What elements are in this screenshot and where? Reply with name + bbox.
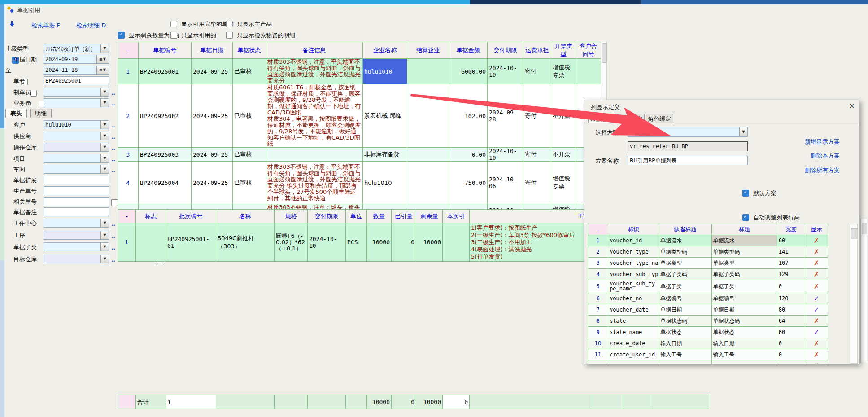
row-index[interactable]: 1 — [118, 59, 139, 84]
search-detail-button[interactable]: 检索明细 D — [76, 22, 106, 30]
chevron-down-icon[interactable]: ▼ — [100, 88, 109, 96]
default-title-cell[interactable]: 单据类型码 — [659, 246, 711, 258]
col-header-remark[interactable]: 备注信息 — [266, 42, 363, 59]
column-row[interactable]: 8 state 单据状态码 单据状态码 64 ✗ — [588, 316, 828, 327]
checkbox-icon[interactable] — [226, 32, 233, 39]
checkbox-icon[interactable] — [170, 32, 177, 39]
voucher-date-from-input[interactable]: 2024-09-19 ▦▼ — [44, 55, 109, 64]
title-cell[interactable]: 单据类型码 — [711, 246, 777, 258]
flag-cell[interactable] — [136, 223, 166, 262]
row-index[interactable]: 4 — [118, 162, 139, 204]
default-title-cell[interactable]: 单据流水 — [659, 235, 711, 246]
col-header-invoice-type[interactable]: 开票类型 — [551, 42, 576, 59]
column-row[interactable]: 10 create_date 输入日期 输入日期 0 ✗ — [588, 338, 828, 349]
title-cell[interactable]: 单据子类 — [711, 280, 777, 293]
row-index[interactable]: 11 — [588, 349, 608, 360]
title-cell[interactable]: 单据类型 — [711, 258, 777, 269]
width-cell[interactable]: 0 — [777, 349, 805, 360]
column-row[interactable]: 11 create_user_id 输入工号 输入工号 0 ✗ — [588, 349, 828, 360]
identifier-cell[interactable]: voucher_sub_type — [608, 269, 659, 280]
target-warehouse-select[interactable]: ▼ — [44, 255, 109, 263]
title-cell[interactable]: 单据状态 — [711, 327, 777, 338]
customer-select[interactable]: hulu1010 ▼ — [44, 120, 109, 129]
remark-cell[interactable]: 材质303不锈钢，注意：平头端面不得有尖角，圆头球面与斜面，斜面与直面必须圆滑过… — [266, 59, 363, 84]
settle-company-cell[interactable] — [407, 84, 449, 148]
invoice-type-cell[interactable]: 不开票 — [551, 148, 576, 162]
amount-cell[interactable]: 0.00 — [449, 148, 488, 162]
col-header-contract-no[interactable]: 客户合同号 — [576, 42, 601, 59]
default-title-cell[interactable]: 输入工号 — [659, 349, 711, 360]
col-header-index[interactable]: - — [118, 210, 136, 223]
identifier-cell[interactable]: create_user_id — [608, 349, 659, 360]
column-row[interactable]: 5 voucher_sub_type_name 单据子类 单据子类 0 ✗ — [588, 280, 828, 293]
width-cell[interactable]: 0 — [777, 280, 805, 293]
company-cell[interactable]: 景宏机械-邱峰 — [363, 84, 407, 148]
col-header-amount[interactable]: 单据金额 — [449, 42, 488, 59]
scrollbar-thumb[interactable] — [602, 43, 607, 63]
chevron-down-icon[interactable]: ▼ — [100, 219, 109, 227]
identifier-cell[interactable]: voucher_no — [608, 293, 659, 304]
referenced-qty-cell[interactable]: 0 — [392, 223, 416, 262]
hidden-x-icon[interactable]: ✗ — [814, 270, 820, 278]
state-cell[interactable]: 已审核 — [233, 59, 266, 84]
deadline-cell[interactable]: 2024-10-10 — [488, 59, 523, 84]
tab-detail[interactable]: 明细 — [30, 109, 52, 118]
default-title-cell[interactable]: 单据子类码 — [659, 269, 711, 280]
chevron-down-icon[interactable]: ▼ — [739, 127, 747, 136]
row-index[interactable]: 8 — [588, 316, 608, 327]
column-row[interactable]: 4 voucher_sub_type 单据子类码 单据子类码 129 ✗ — [588, 269, 828, 280]
chevron-down-icon[interactable]: ▼ — [100, 165, 109, 173]
checkbox-only-referenced[interactable]: 只显示引用的 — [170, 31, 216, 40]
column-row[interactable]: 7 voucher_date 单据日期 单据日期 80 ✓ — [588, 304, 828, 316]
width-cell[interactable]: 80 — [777, 304, 805, 316]
state-cell[interactable]: 已审核 — [233, 148, 266, 162]
col-header-identifier[interactable]: 标识 — [608, 224, 659, 235]
chevron-down-icon[interactable]: ▼ — [100, 99, 109, 107]
col-header-qty[interactable]: 数量 — [367, 210, 392, 223]
title-cell[interactable]: 单据编号 — [711, 293, 777, 304]
row-index[interactable]: 2 — [118, 84, 139, 148]
row-index[interactable]: 6 — [588, 293, 608, 304]
voucher-date-cell[interactable]: 2024-09-25 — [192, 59, 233, 84]
supplier-lookup-dots[interactable]: .. — [111, 134, 115, 140]
voucher-date-cell[interactable]: 2024-09-25 — [192, 84, 233, 148]
spec-cell[interactable]: 圆棒F6（-0.02）*62（±0.1） — [275, 223, 308, 262]
totals-current-input[interactable]: 0 — [443, 395, 470, 409]
voucher-row[interactable]: 2 BP240925002 2024-09-25 已审核 材质6061-T6，阳… — [118, 84, 601, 148]
salesman-select[interactable]: ▼ — [44, 98, 109, 107]
checkbox-icon[interactable] — [118, 32, 125, 39]
row-index[interactable]: 9 — [588, 327, 608, 338]
deadline-cell[interactable]: 2024-10-10 — [488, 148, 523, 162]
chevron-down-icon[interactable]: ▼ — [100, 231, 109, 239]
title-cell[interactable]: 单据日期 — [711, 304, 777, 316]
deadline-cell[interactable]: 2024-10-10 — [308, 223, 346, 262]
row-index[interactable]: 4 — [588, 269, 608, 280]
hidden-x-icon[interactable]: ✗ — [814, 339, 820, 347]
related-no-input[interactable] — [44, 197, 109, 206]
checkbox-icon[interactable] — [742, 190, 749, 197]
col-header-title[interactable]: 标题 — [711, 224, 777, 235]
column-row[interactable]: 9 state_name 单据状态 单据状态 60 ✓ — [588, 327, 828, 338]
col-header-remaining-qty[interactable]: 剩余量 — [416, 210, 443, 223]
voucher-no-cell[interactable]: BP240925004 — [139, 162, 192, 204]
dialog-tab-scheme-settings[interactable]: 方案设置 — [588, 114, 616, 123]
column-row[interactable]: 2 voucher_type 单据类型码 单据类型码 141 ✗ — [588, 246, 828, 258]
maker-checkbox[interactable] — [30, 90, 37, 97]
column-row[interactable]: 6 voucher_no 单据编号 单据编号 120 ✓ — [588, 293, 828, 304]
checkbox-only-main-product[interactable]: 只显示主产品 — [226, 19, 272, 28]
supplier-select[interactable]: ▼ — [44, 132, 109, 140]
invoice-type-cell[interactable]: 不开票 — [551, 84, 576, 148]
contract-no-cell[interactable] — [576, 59, 601, 84]
maker-select[interactable]: ▼ — [44, 88, 109, 97]
col-header-index[interactable]: - — [118, 42, 139, 59]
chevron-down-icon[interactable]: ▼ — [100, 121, 109, 129]
voucher-memo-input[interactable] — [44, 207, 109, 216]
title-cell[interactable] — [711, 360, 777, 364]
title-cell[interactable]: 输入工号 — [711, 349, 777, 360]
scheme-name-input[interactable]: BU引用BP单据列表 — [628, 156, 748, 165]
default-title-cell[interactable]: 单据状态 — [659, 327, 711, 338]
col-header-deadline[interactable]: 交付期限 — [308, 210, 346, 223]
settle-company-cell[interactable] — [407, 162, 449, 204]
title-cell[interactable]: 单据子类码 — [711, 269, 777, 280]
calendar-icon[interactable]: ▦▼ — [96, 55, 109, 63]
